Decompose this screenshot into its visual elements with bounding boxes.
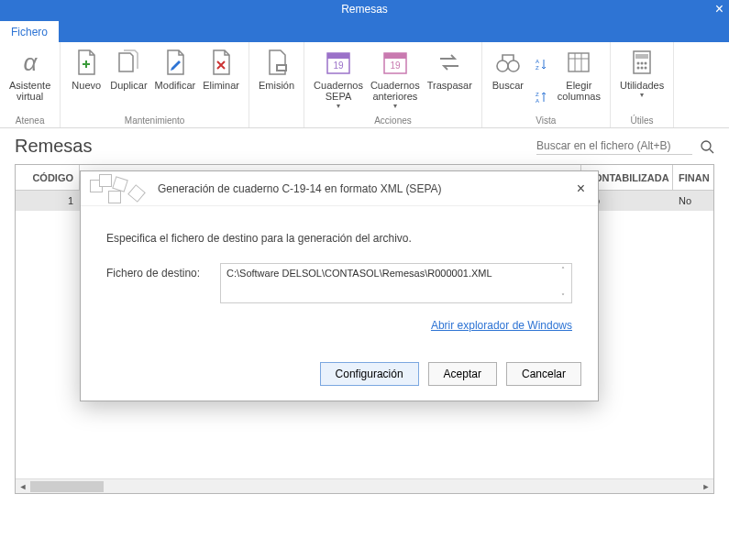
svg-text:A: A [536, 59, 539, 64]
spinner-down-icon[interactable]: ˅ [557, 292, 569, 301]
tab-strip: Fichero [0, 21, 729, 42]
svg-point-9 [497, 60, 508, 71]
calendar-19-alt-icon: 19 [381, 48, 410, 77]
fichero-destino-value: C:\Software DELSOL\CONTASOL\Remesas\R000… [226, 268, 492, 279]
emision-button[interactable]: Emisión [255, 46, 298, 115]
nuevo-button[interactable]: Nuevo [66, 46, 106, 115]
svg-rect-17 [635, 54, 648, 59]
group-label-vista: Vista [482, 115, 610, 127]
svg-point-20 [645, 62, 647, 65]
field-label-destino: Fichero de destino: [106, 263, 207, 280]
group-label-acciones: Acciones [304, 115, 481, 127]
svg-text:19: 19 [333, 60, 344, 71]
dropdown-icon: ▾ [640, 91, 644, 99]
transfer-icon [435, 48, 464, 77]
document-delete-icon [206, 48, 236, 77]
ribbon-group-mantenimiento: Nuevo Duplicar Modificar Eliminar Manten… [61, 42, 249, 127]
svg-point-24 [701, 141, 711, 150]
svg-text:α: α [23, 49, 38, 76]
scroll-track[interactable] [30, 479, 699, 494]
horizontal-scrollbar[interactable]: ◄ ► [16, 478, 713, 493]
dialog-header: Generación de cuaderno C-19-14 en format… [81, 171, 598, 206]
close-icon[interactable]: × [715, 1, 723, 17]
svg-text:A: A [536, 98, 539, 104]
scroll-left-icon[interactable]: ◄ [16, 479, 30, 494]
svg-point-18 [637, 62, 640, 65]
dialog-decoration-icon [90, 174, 150, 203]
svg-rect-7 [384, 53, 406, 59]
svg-text:19: 19 [390, 60, 401, 71]
col-finan[interactable]: FINAN [673, 165, 713, 190]
elegir-columnas-button[interactable]: Elegir columnas [554, 46, 604, 115]
ribbon-group-atenea: α Asistente virtual Atenea [0, 42, 61, 127]
group-label-utiles: Útiles [611, 115, 673, 127]
spinner-up-icon[interactable]: ˄ [557, 266, 569, 274]
dropdown-icon: ▾ [393, 102, 397, 110]
svg-rect-15 [569, 53, 589, 71]
utilidades-button[interactable]: Utilidades ▾ [616, 46, 668, 115]
svg-rect-4 [327, 53, 349, 59]
svg-text:Z: Z [536, 92, 539, 97]
cuadernos-sepa-button[interactable]: 19 Cuadernos SEPA ▾ [310, 46, 367, 115]
titlebar: Remesas × [0, 0, 729, 21]
svg-point-19 [641, 62, 644, 65]
tab-fichero[interactable]: Fichero [0, 21, 59, 42]
document-plus-icon [72, 48, 101, 77]
svg-point-22 [641, 67, 644, 70]
aceptar-button[interactable]: Aceptar [428, 362, 497, 386]
sort-asc-button[interactable]: AZ [532, 56, 550, 72]
traspasar-button[interactable]: Traspasar [424, 46, 476, 115]
sort-desc-icon: ZA [534, 90, 548, 104]
columns-icon [564, 48, 593, 77]
binoculars-icon [493, 48, 523, 77]
cancelar-button[interactable]: Cancelar [506, 362, 581, 386]
scroll-right-icon[interactable]: ► [699, 479, 713, 494]
explorer-link[interactable]: Abrir explorador de Windows [431, 319, 572, 332]
document-print-icon [262, 48, 292, 77]
svg-point-23 [645, 67, 647, 70]
document-duplicate-icon [114, 48, 143, 77]
ribbon-group-acciones: 19 Cuadernos SEPA ▾ 19 Cuadernos anterio… [304, 42, 482, 127]
group-label-atenea: Atenea [0, 115, 60, 127]
group-label-emision [249, 115, 304, 127]
svg-rect-2 [278, 66, 285, 70]
col-codigo[interactable]: CÓDIGO [16, 165, 80, 190]
group-label-mantenimiento: Mantenimiento [61, 115, 249, 127]
page-title: Remesas [15, 136, 92, 157]
svg-point-21 [637, 67, 640, 70]
ribbon: α Asistente virtual Atenea Nuevo Duplica… [0, 42, 729, 128]
cuadernos-anteriores-button[interactable]: 19 Cuadernos anteriores ▾ [367, 46, 424, 115]
svg-point-10 [508, 60, 519, 71]
duplicar-button[interactable]: Duplicar [106, 46, 150, 115]
document-edit-icon [160, 48, 190, 77]
svg-text:Z: Z [536, 65, 539, 71]
cell-finan: No [673, 191, 713, 211]
alpha-icon: α [16, 48, 45, 77]
asistente-virtual-button[interactable]: α Asistente virtual [6, 46, 54, 115]
configuracion-button[interactable]: Configuración [320, 362, 419, 386]
dialog-generacion-cuaderno: Generación de cuaderno C-19-14 en format… [80, 170, 599, 401]
search-icon[interactable] [700, 139, 714, 154]
fichero-destino-input[interactable]: C:\Software DELSOL\CONTASOL\Remesas\R000… [220, 263, 572, 303]
window-title: Remesas [341, 3, 388, 16]
sort-desc-button[interactable]: ZA [532, 89, 550, 105]
cell-codigo: 1 [16, 191, 80, 211]
search-input[interactable] [536, 137, 692, 155]
dropdown-icon: ▾ [337, 102, 340, 110]
dialog-close-icon[interactable]: × [577, 181, 585, 197]
dialog-title: Generación de cuaderno C-19-14 en format… [158, 182, 442, 195]
eliminar-button[interactable]: Eliminar [199, 46, 243, 115]
ribbon-group-vista: Buscar AZ ZA Elegir columnas Vista [482, 42, 611, 127]
calendar-19-icon: 19 [324, 48, 353, 77]
scroll-thumb[interactable] [30, 481, 104, 492]
sort-asc-icon: AZ [534, 57, 548, 71]
calculator-icon [627, 48, 657, 77]
dialog-description: Especifica el fichero de destino para la… [106, 232, 572, 245]
buscar-button[interactable]: Buscar [488, 46, 528, 115]
modificar-button[interactable]: Modificar [151, 46, 200, 115]
ribbon-group-utiles: Utilidades ▾ Útiles [611, 42, 674, 127]
ribbon-group-emision: Emisión [249, 42, 304, 127]
